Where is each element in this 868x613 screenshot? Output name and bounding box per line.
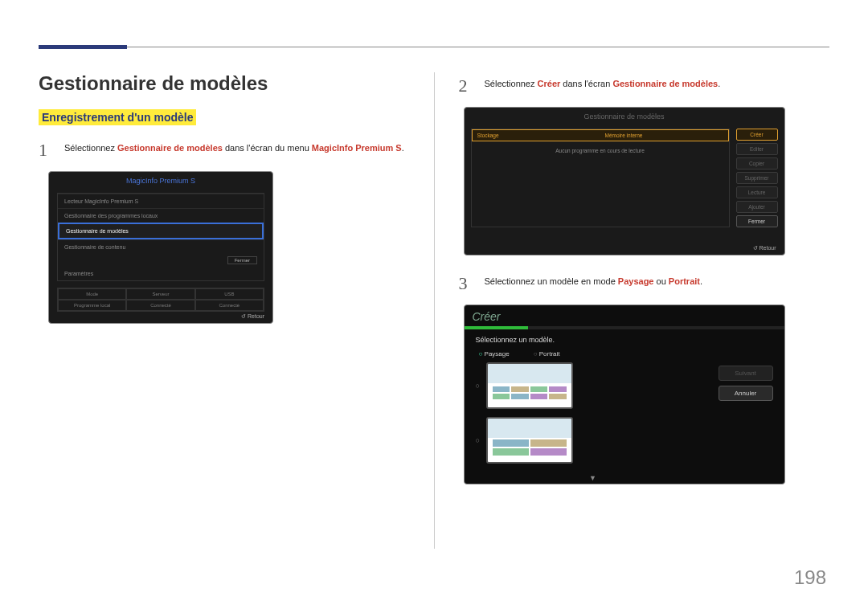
progress-segment — [528, 326, 592, 329]
step-text: Sélectionnez un modèle en mode Paysage o… — [485, 270, 703, 296]
create-title: Créer — [473, 310, 501, 323]
status-cell: Connecté — [126, 300, 194, 311]
t: dans l'écran du menu — [223, 143, 312, 153]
template-area: ○ ○ ▼ Suivant Annuler — [465, 362, 784, 484]
highlight: Gestionnaire de modèles — [612, 79, 718, 88]
menu-item[interactable]: Lecteur MagicInfo Premium S — [58, 194, 264, 208]
highlight: Portrait — [669, 276, 700, 286]
step-text: Sélectionnez Gestionnaire de modèles dan… — [64, 137, 404, 163]
accent-bar — [39, 45, 127, 49]
progress-bar — [465, 326, 784, 329]
t: . — [718, 79, 720, 88]
t: Sélectionnez — [485, 79, 538, 88]
wizard-actions: Suivant Annuler — [719, 362, 773, 484]
status-cell: USB — [195, 288, 264, 300]
radio-portrait[interactable]: Portrait — [534, 350, 560, 358]
top-rule — [39, 47, 829, 47]
menu-item[interactable]: Gestionnaire des programmes locaux — [58, 208, 264, 223]
screenshot-menu: MagicInfo Premium S Lecteur MagicInfo Pr… — [48, 171, 273, 324]
return-label: Retour — [241, 313, 264, 320]
radio-icon: ○ — [476, 436, 480, 444]
header-cell: Stockage — [473, 130, 600, 141]
template-list: ○ ○ ▼ — [476, 362, 710, 484]
progress-segment — [656, 326, 720, 329]
orientation-radios: Paysage Portrait — [465, 347, 784, 362]
step-number: 2 — [459, 72, 475, 99]
next-button[interactable]: Suivant — [719, 366, 773, 381]
t: Sélectionnez un modèle en mode — [485, 276, 618, 286]
highlight: Créer — [538, 79, 561, 88]
template-option[interactable]: ○ — [476, 417, 710, 464]
t: dans l'écran — [560, 79, 612, 88]
t: . — [700, 276, 702, 286]
right-column: 2 Sélectionnez Créer dans l'écran Gestio… — [459, 72, 830, 549]
t: . — [402, 143, 404, 153]
column-divider — [434, 72, 435, 549]
screen-title: MagicInfo Premium S — [49, 172, 272, 190]
scroll-down-icon[interactable]: ▼ — [476, 472, 710, 484]
status-grid: Mode Serveur USB Programme local Connect… — [57, 288, 264, 312]
step-text: Sélectionnez Créer dans l'écran Gestionn… — [485, 72, 721, 99]
progress-segment — [592, 326, 657, 329]
close-button[interactable]: Fermer — [736, 215, 778, 227]
step-number: 3 — [459, 270, 475, 296]
page-number: 198 — [794, 566, 826, 589]
screenshot-create-template: Créer Sélectionnez un modèle. Paysage Po… — [464, 304, 785, 484]
menu-list: Lecteur MagicInfo Premium S Gestionnaire… — [57, 193, 264, 281]
subheading: Enregistrement d'un modèle — [39, 109, 196, 125]
highlight: MagicInfo Premium S — [312, 143, 402, 153]
action-buttons: Créer Editer Copier Supprimer Lecture Aj… — [736, 129, 778, 227]
status-cell: Serveur — [126, 288, 194, 300]
cancel-button[interactable]: Annuler — [719, 386, 773, 401]
screen-title: Gestionnaire de modèles — [465, 108, 784, 125]
screenshot-template-manager: Gestionnaire de modèles Stockage Mémoire… — [464, 107, 785, 255]
main-area: Stockage Mémoire interne Aucun programme… — [465, 125, 784, 231]
close-button[interactable]: Fermer — [227, 256, 257, 264]
add-button[interactable]: Ajouter — [736, 201, 778, 213]
instruction-text: Sélectionnez un modèle. — [465, 334, 784, 347]
template-thumbnail — [486, 417, 573, 464]
menu-item[interactable]: Paramètres — [58, 267, 264, 280]
copy-button[interactable]: Copier — [736, 157, 778, 170]
menu-item[interactable]: Gestionnaire de contenu — [58, 239, 264, 254]
edit-button[interactable]: Editer — [736, 143, 778, 155]
return-label: Retour — [753, 245, 776, 251]
t: Sélectionnez — [64, 143, 117, 153]
step-3: 3 Sélectionnez un modèle en mode Paysage… — [459, 270, 830, 296]
radio-icon: ○ — [476, 382, 480, 390]
status-cell: Mode — [58, 288, 126, 300]
empty-message: Aucun programme en cours de lecture — [472, 141, 729, 160]
menu-item-selected[interactable]: Gestionnaire de modèles — [58, 223, 264, 239]
play-button[interactable]: Lecture — [736, 186, 778, 198]
step-2: 2 Sélectionnez Créer dans l'écran Gestio… — [459, 72, 830, 99]
create-header: Créer — [465, 305, 784, 326]
step-1: 1 Sélectionnez Gestionnaire de modèles d… — [39, 137, 410, 163]
status-cell: Programme local — [58, 300, 126, 311]
page-title: Gestionnaire de modèles — [39, 72, 410, 95]
progress-segment — [720, 326, 784, 329]
storage-panel: Stockage Mémoire interne Aucun programme… — [471, 129, 730, 227]
left-column: Gestionnaire de modèles Enregistrement d… — [39, 72, 410, 549]
two-column-layout: Gestionnaire de modèles Enregistrement d… — [39, 72, 829, 549]
highlight: Paysage — [618, 276, 654, 286]
delete-button[interactable]: Supprimer — [736, 172, 778, 184]
highlight: Gestionnaire de modèles — [117, 143, 223, 153]
header-cell: Mémoire interne — [600, 130, 728, 141]
step-number: 1 — [39, 137, 55, 163]
radio-landscape[interactable]: Paysage — [479, 350, 510, 358]
close-row: Fermer — [58, 254, 264, 267]
t: ou — [654, 276, 669, 286]
table-header: Stockage Mémoire interne — [472, 129, 729, 141]
template-option[interactable]: ○ — [476, 362, 710, 409]
status-cell: Connecté — [195, 300, 264, 311]
create-button[interactable]: Créer — [736, 129, 778, 141]
template-thumbnail — [486, 362, 573, 409]
progress-segment — [465, 326, 529, 329]
